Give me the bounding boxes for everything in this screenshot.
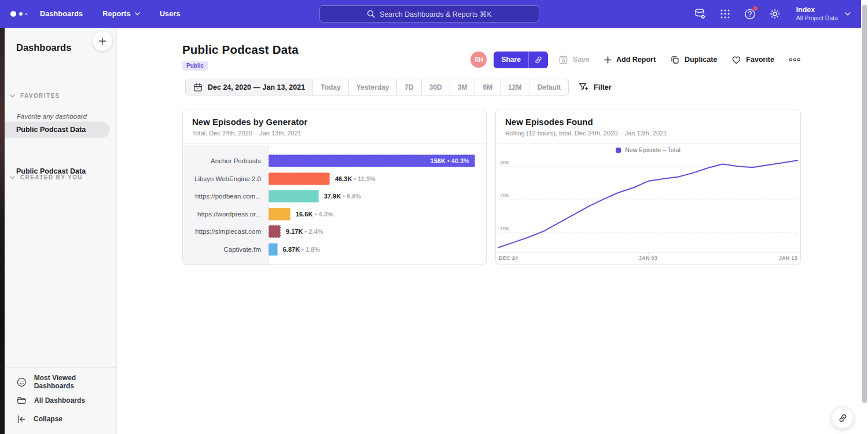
bar-category-label: Captivate.fm <box>183 246 269 253</box>
share-link-button[interactable] <box>528 52 548 68</box>
most-viewed-dashboards-button[interactable]: Most Viewed Dashboards <box>5 373 116 391</box>
plus-icon <box>604 56 612 64</box>
chevron-down-icon <box>845 12 851 16</box>
share-button-group: Share <box>494 52 547 68</box>
nav-dashboards[interactable]: Dashboards <box>40 10 83 18</box>
bar[interactable] <box>269 243 278 256</box>
bar-category-label: https://simplecast.com <box>183 228 269 235</box>
bar[interactable] <box>269 172 330 185</box>
sidebar-item-public-podcast-data-2[interactable]: Public Podcast Data <box>5 163 110 179</box>
chart-subtitle: Rolling (12 hours), total, Dec 24th, 202… <box>505 130 791 137</box>
avatar[interactable]: RH <box>470 52 487 68</box>
bar-row: https://podbean.com...37.9K • 9.8% <box>183 187 486 205</box>
page-title: Public Podcast Data <box>182 43 299 57</box>
duplicate-icon <box>670 55 680 65</box>
footer-item-label: Collapse <box>34 415 62 423</box>
search-placeholder: Search Dashboards & Reports ⌘K <box>380 10 492 19</box>
preset-6m[interactable]: 6M <box>475 79 500 95</box>
sidebar-item-public-podcast-data[interactable]: Public Podcast Data <box>5 122 110 138</box>
preset-3m[interactable]: 3M <box>450 79 475 95</box>
sidebar-section-favorites[interactable]: FAVORITES <box>5 93 116 99</box>
calendar-icon <box>193 83 203 92</box>
main-content: Public Podcast Data Public RH Share Save… <box>117 28 861 434</box>
preset-default[interactable]: Default <box>529 79 568 95</box>
share-button[interactable]: Share <box>494 52 528 68</box>
nav-utilities: Index All Project Data <box>693 0 851 28</box>
bar-category-label: https://podbean.com... <box>183 193 269 200</box>
folder-icon <box>17 396 27 405</box>
scrollbar-track <box>861 0 868 434</box>
preset-today[interactable]: Today <box>312 79 348 95</box>
date-toolbar: Dec 24, 2020 — Jan 13, 2021 Today Yester… <box>185 79 612 95</box>
more-options-button[interactable] <box>789 57 801 62</box>
search-input[interactable]: Search Dashboards & Reports ⌘K <box>319 5 539 23</box>
bar-chart-card: New Episodes by Generator Total, Dec 24t… <box>182 109 487 265</box>
bar-row: Libsyn WebEngine 2.046.3K • 11.9% <box>183 170 486 188</box>
bar-value-label: 156K • 40.3% <box>431 157 475 164</box>
chart-subtitle: Total, Dec 24th, 2020 – Jan 13th, 2021 <box>192 130 477 137</box>
preset-yesterday[interactable]: Yesterday <box>348 79 397 95</box>
bar-zone: 9.17K • 2.4% <box>269 225 486 238</box>
all-dashboards-button[interactable]: All Dashboards <box>5 391 116 410</box>
more-dots-icon <box>789 57 801 62</box>
collapse-sidebar-button[interactable]: Collapse <box>5 410 116 428</box>
apps-grid-icon[interactable] <box>718 7 732 21</box>
preset-7d[interactable]: 7D <box>396 79 421 95</box>
bar[interactable] <box>269 225 281 238</box>
sidebar: Dashboards FAVORITES Favorite any dashbo… <box>5 28 117 434</box>
search-icon <box>367 10 375 18</box>
bar-row: Anchor Podcasts156K • 40.3% <box>183 152 486 170</box>
dashboard-actions: RH Share Save Add Report Duplicate <box>470 51 801 68</box>
duplicate-button[interactable]: Duplicate <box>670 55 717 65</box>
preset-30d[interactable]: 30D <box>421 79 450 95</box>
filter-button[interactable]: Filter <box>579 83 612 91</box>
link-icon <box>534 56 543 64</box>
save-icon <box>558 55 568 65</box>
nav-reports[interactable]: Reports <box>102 10 140 18</box>
add-report-button[interactable]: Add Report <box>604 56 656 64</box>
bar-zone: 6.87K • 1.8% <box>269 243 486 256</box>
amplitude-logo-icon[interactable] <box>10 11 27 17</box>
settings-gear-icon[interactable] <box>768 7 782 21</box>
bar[interactable]: 156K • 40.3% <box>269 155 475 167</box>
y-tick-label: 20K <box>500 193 510 198</box>
date-range-group: Dec 24, 2020 — Jan 13, 2021 Today Yester… <box>185 79 569 95</box>
bar-zone: 156K • 40.3% <box>269 155 486 167</box>
help-icon[interactable] <box>743 7 757 21</box>
x-tick-label: JAN 13 <box>779 255 797 261</box>
bar-chart-body: Anchor Podcasts156K • 40.3%Libsyn WebEng… <box>183 145 486 264</box>
bar-row: Captivate.fm6.87K • 1.8% <box>183 241 486 259</box>
bar-row: https://simplecast.com9.17K • 2.4% <box>183 223 486 241</box>
data-sources-icon[interactable] <box>693 7 707 21</box>
bar-zone: 37.9K • 9.8% <box>269 190 486 203</box>
footer-item-label: All Dashboards <box>34 396 85 404</box>
nav-reports-label: Reports <box>102 10 131 18</box>
heart-icon <box>731 55 741 64</box>
line-chart-plot[interactable]: 10K20K30KDEC 24JAN 03JAN 13 <box>496 156 800 261</box>
notification-badge <box>753 6 758 11</box>
footer-item-label: Most Viewed Dashboards <box>34 374 116 390</box>
duplicate-label: Duplicate <box>685 56 717 64</box>
new-dashboard-button[interactable] <box>93 31 112 51</box>
project-switcher[interactable]: Index All Project Data <box>796 6 851 22</box>
x-tick-label: DEC 24 <box>499 255 518 261</box>
nav-users[interactable]: Users <box>160 10 181 18</box>
bar-value-label: 9.17K • 2.4% <box>286 228 323 235</box>
preset-12m[interactable]: 12M <box>500 79 529 95</box>
y-tick-label: 30K <box>500 160 510 165</box>
add-report-label: Add Report <box>616 56 656 64</box>
bar[interactable] <box>269 190 319 203</box>
favorite-button[interactable]: Favorite <box>731 55 774 64</box>
date-range-picker[interactable]: Dec 24, 2020 — Jan 13, 2021 <box>186 79 312 95</box>
divider <box>5 367 116 368</box>
copy-link-fab[interactable] <box>832 407 854 429</box>
save-label: Save <box>573 56 590 64</box>
plus-icon <box>98 37 106 45</box>
legend-label: New Episode – Total <box>625 146 681 153</box>
y-tick-label: 10K <box>500 226 510 231</box>
collapse-left-icon <box>17 415 26 424</box>
save-button[interactable]: Save <box>558 55 590 65</box>
smiley-icon <box>17 377 27 387</box>
scrollbar-thumb[interactable] <box>862 5 867 403</box>
bar[interactable] <box>269 208 290 220</box>
